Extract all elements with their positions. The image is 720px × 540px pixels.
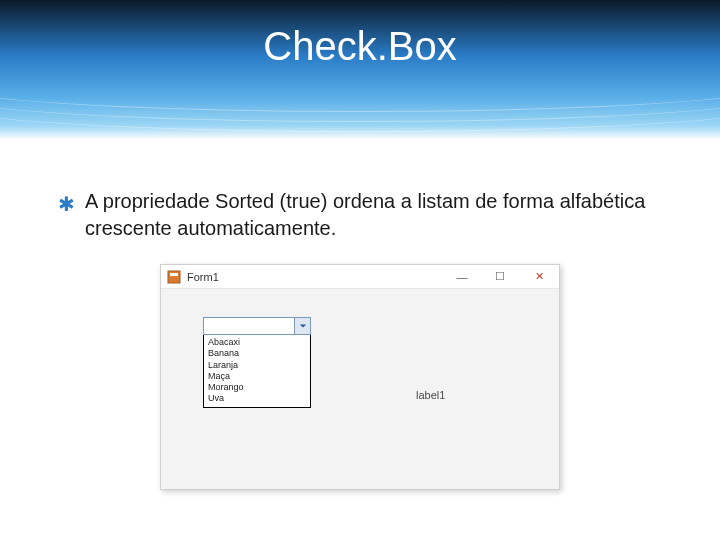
close-button[interactable]: ✕ — [519, 265, 559, 289]
slide-header: Check.Box — [0, 0, 720, 140]
svg-rect-1 — [170, 273, 178, 276]
list-item[interactable]: Laranja — [208, 360, 306, 371]
window-title: Form1 — [187, 271, 443, 283]
combobox-dropdown-button[interactable] — [294, 318, 310, 334]
combobox-list[interactable]: Abacaxi Banana Laranja Maça Morango Uva — [203, 335, 311, 408]
slide-title: Check.Box — [0, 24, 720, 69]
form-body: Abacaxi Banana Laranja Maça Morango Uva … — [161, 289, 559, 489]
combobox-input[interactable] — [204, 318, 294, 334]
list-item[interactable]: Maça — [208, 371, 306, 382]
form-window: Form1 — ☐ ✕ Abacaxi Banana Laranja Maça … — [160, 264, 560, 490]
bullet-item: ✱ A propriedade Sorted (true) ordena a l… — [58, 188, 662, 242]
list-item[interactable]: Uva — [208, 393, 306, 404]
bullet-marker: ✱ — [58, 188, 75, 218]
chevron-down-icon — [299, 322, 307, 330]
svg-rect-0 — [168, 271, 180, 283]
list-item[interactable]: Abacaxi — [208, 337, 306, 348]
combobox-field[interactable] — [203, 317, 311, 335]
titlebar: Form1 — ☐ ✕ — [161, 265, 559, 289]
label-control: label1 — [416, 389, 445, 401]
combobox[interactable]: Abacaxi Banana Laranja Maça Morango Uva — [203, 317, 311, 408]
bullet-text: A propriedade Sorted (true) ordena a lis… — [85, 188, 662, 242]
wave-line — [0, 72, 720, 132]
app-icon — [167, 270, 181, 284]
slide-content: ✱ A propriedade Sorted (true) ordena a l… — [0, 140, 720, 490]
minimize-button[interactable]: — — [443, 265, 481, 289]
list-item[interactable]: Morango — [208, 382, 306, 393]
list-item[interactable]: Banana — [208, 348, 306, 359]
maximize-button[interactable]: ☐ — [481, 265, 519, 289]
